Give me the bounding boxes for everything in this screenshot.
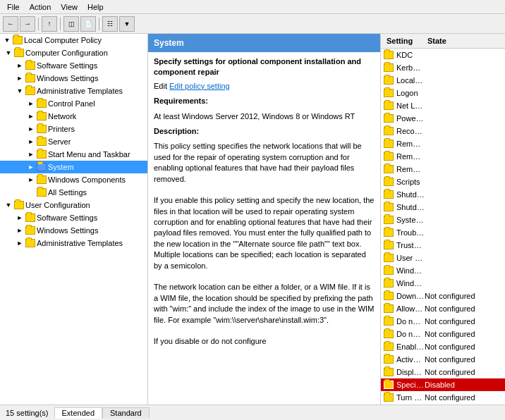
settings-item[interactable]: Download missing COM componentsNot confi… [381, 290, 505, 302]
at1-expander[interactable]: ▼ [14, 85, 25, 97]
item-name: Logon [396, 89, 425, 97]
ss2-label: Software Settings [37, 214, 97, 222]
item-folder-icon [384, 254, 394, 262]
uc-icon [14, 201, 24, 209]
item-state: Not configured [425, 304, 502, 313]
item-folder-icon [384, 355, 394, 364]
at1-icon [25, 87, 35, 95]
settings-item[interactable]: System Restore [381, 214, 505, 226]
description-panel: System Specify settings for optional com… [148, 34, 381, 404]
item-folder-icon [384, 266, 394, 275]
view-button[interactable]: ☷ [102, 16, 118, 32]
tree-windows-components[interactable]: ► Windows Components [0, 173, 147, 186]
settings-item[interactable]: Removable Storage Access [381, 163, 505, 175]
settings-item[interactable]: User Profiles [381, 252, 505, 264]
cp-expander[interactable]: ► [25, 98, 37, 109]
menu-view[interactable]: View [56, 2, 82, 12]
settings-item[interactable]: Troubleshooting and Diagnostics [381, 226, 505, 239]
up-button[interactable]: ↑ [42, 16, 57, 32]
settings-item[interactable]: Shutdown Options [381, 201, 505, 214]
net-expander[interactable]: ► [25, 111, 37, 122]
settings-item[interactable]: Remote Assistance [381, 137, 505, 150]
settings-item[interactable]: Trusted Platform Module Services [381, 239, 505, 252]
settings-item[interactable]: Locale Services [381, 74, 505, 87]
root-expander[interactable]: ▼ [1, 35, 13, 46]
policy-link[interactable]: Edit policy setting [169, 82, 230, 90]
export-button[interactable]: 📄 [80, 16, 96, 32]
sm-expander[interactable]: ► [25, 149, 37, 160]
back-button[interactable]: ← [3, 16, 18, 32]
srv-icon [37, 137, 47, 146]
settings-item[interactable]: Enable Persistent Time StampNot configur… [381, 340, 505, 353]
ws1-expander[interactable]: ► [14, 73, 25, 84]
tree-software-settings-1[interactable]: ► Software Settings [0, 59, 147, 72]
settings-item[interactable]: Display Shutdown Event TrackerNot config… [381, 366, 505, 378]
cp-label: Control Panel [48, 99, 95, 108]
settings-item[interactable]: Activate Shutdown Event Tracker System S… [381, 353, 505, 366]
filter-button[interactable]: ▼ [119, 16, 135, 32]
tree-start-menu[interactable]: ► Start Menu and Taskbar [0, 148, 147, 161]
settings-count: 15 setting(s) [6, 409, 49, 417]
tab-standard[interactable]: Standard [102, 407, 150, 419]
settings-item[interactable]: KDC [381, 49, 505, 61]
tree-all-settings[interactable]: ► All Settings [0, 186, 147, 199]
tree-user-config[interactable]: ▼ User Configuration [0, 199, 147, 211]
tree-admin-templates-1[interactable]: ▼ Administrative Templates [0, 85, 147, 97]
menubar: File Action View Help [0, 0, 505, 14]
settings-item[interactable]: Kerberos [381, 61, 505, 74]
srv-expander[interactable]: ► [25, 136, 37, 147]
settings-item[interactable]: Net Logon [381, 99, 505, 112]
computer-config-expander[interactable]: ▼ [3, 47, 14, 58]
at2-expander[interactable]: ► [14, 237, 25, 249]
settings-item[interactable]: Remote Procedure Call [381, 150, 505, 163]
tree-control-panel[interactable]: ► Control Panel [0, 97, 147, 110]
settings-item[interactable]: Windows Time Service [381, 277, 505, 290]
ss1-expander[interactable]: ► [14, 60, 25, 71]
forward-button[interactable]: → [20, 16, 35, 32]
settings-item[interactable]: Power Management [381, 112, 505, 125]
item-name: Do not automatically encrypt files moved… [396, 317, 425, 326]
settings-item[interactable]: Restrict potentially unsafe HTML Help fi… [381, 404, 505, 404]
settings-item[interactable]: Do not turn off system power after a Win… [381, 328, 505, 340]
tree-network[interactable]: ► Network [0, 110, 147, 123]
tree-root[interactable]: ▼ Local Computer Policy [0, 34, 147, 47]
menu-file[interactable]: File [3, 2, 24, 12]
settings-item[interactable]: Do not automatically encrypt files moved… [381, 315, 505, 328]
settings-item[interactable]: Windows File Protection [381, 264, 505, 277]
tree-admin-templates-2[interactable]: ► Administrative Templates [0, 237, 147, 249]
tree-computer-config[interactable]: ▼ Computer Configuration [0, 47, 147, 59]
ss1-icon [25, 61, 35, 70]
settings-item[interactable]: Recovery [381, 125, 505, 137]
sm-label: Start Menu and Taskbar [48, 150, 130, 159]
tree-windows-settings-1[interactable]: ► Windows Settings [0, 72, 147, 85]
item-name: Remote Assistance [396, 140, 425, 148]
ws2-label: Windows Settings [37, 226, 98, 235]
tree-server[interactable]: ► Server [0, 135, 147, 148]
menu-help[interactable]: Help [83, 2, 108, 12]
settings-item[interactable]: Shutdown [381, 188, 505, 201]
tree-system[interactable]: ► System [0, 161, 147, 173]
item-state: Not configured [425, 355, 502, 364]
settings-item[interactable]: Specify settings for optional component … [381, 378, 505, 391]
item-name: Net Logon [396, 101, 425, 110]
policy-title: Specify settings for optional component … [154, 56, 375, 78]
wc-expander[interactable]: ► [25, 174, 37, 185]
settings-item[interactable]: Turn off Data Execution Prevention for H… [381, 391, 505, 404]
settings-item[interactable]: Allow Distributed Link Tracking clients … [381, 302, 505, 315]
ws1-icon [25, 74, 35, 82]
settings-item[interactable]: Scripts [381, 175, 505, 188]
tree-software-settings-2[interactable]: ► Software Settings [0, 211, 147, 224]
ws2-expander[interactable]: ► [14, 225, 25, 236]
item-name: Remote Procedure Call [396, 152, 425, 161]
menu-action[interactable]: Action [25, 2, 56, 12]
show-hide-button[interactable]: ◫ [63, 16, 79, 32]
uc-expander[interactable]: ▼ [3, 199, 14, 211]
tree-windows-settings-2[interactable]: ► Windows Settings [0, 224, 147, 237]
prnt-expander[interactable]: ► [25, 123, 37, 135]
tree-printers[interactable]: ► Printers [0, 123, 147, 135]
settings-item[interactable]: Logon [381, 87, 505, 99]
item-folder-icon [384, 330, 394, 338]
sys-expander[interactable]: ► [25, 161, 37, 173]
ss2-expander[interactable]: ► [14, 212, 25, 223]
tab-extended[interactable]: Extended [54, 407, 102, 419]
